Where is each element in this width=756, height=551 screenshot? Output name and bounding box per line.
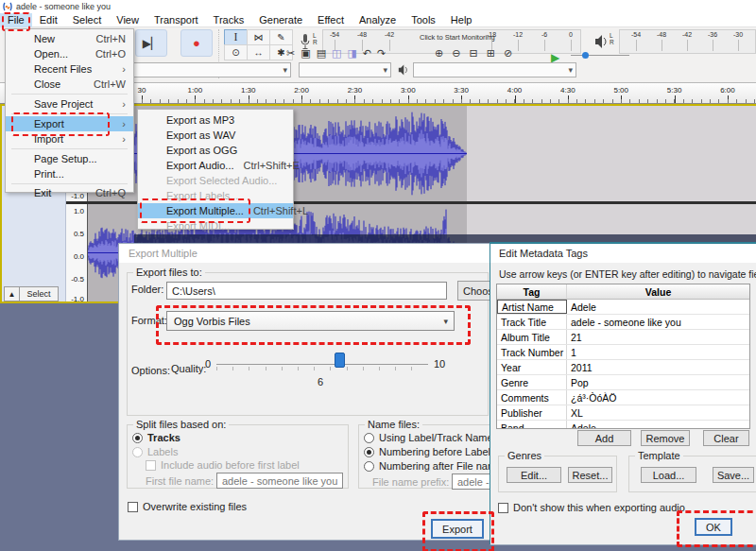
numbering-before-radio[interactable]	[364, 447, 374, 457]
numbering-before-radio-label[interactable]: Numbering before Label/Track Na	[379, 446, 491, 457]
tag-cell[interactable]: Artist Name	[497, 300, 567, 314]
value-cell[interactable]: 1	[567, 345, 749, 359]
dont-show-label[interactable]: Don't show this when exporting audio	[513, 502, 685, 513]
value-cell[interactable]: Adele	[567, 421, 749, 429]
overwrite-checkbox[interactable]	[128, 502, 138, 512]
selection-tool-button[interactable]: I	[224, 29, 248, 45]
file-menu-exit[interactable]: ExitCtrl+Q	[6, 186, 133, 198]
tag-column-header[interactable]: Tag	[497, 284, 567, 299]
genres-reset-button[interactable]: Reset...	[568, 467, 612, 483]
choose-folder-button[interactable]: Choose...	[457, 281, 491, 301]
value-cell[interactable]: adele - someone like you	[567, 315, 749, 329]
undo-button[interactable]: ↶	[363, 47, 371, 60]
play-speed-slider-thumb[interactable]	[582, 52, 589, 59]
zoom-toggle-button[interactable]: ⊘	[504, 47, 512, 60]
paste-button[interactable]: ▤	[317, 47, 326, 60]
menu-item-generate[interactable]: Generate	[251, 13, 310, 27]
dont-show-checkbox[interactable]	[498, 503, 508, 513]
recording-device-select[interactable]: ▾	[125, 62, 291, 77]
remove-button[interactable]: Remove	[641, 430, 690, 446]
play-speed-slider[interactable]	[571, 55, 629, 56]
zoom-selection-button[interactable]: ⊟	[469, 47, 477, 60]
file-menu-print[interactable]: Print...	[6, 166, 133, 181]
first-file-name-label: First file name:	[146, 475, 214, 487]
envelope-tool-button[interactable]: ⋈	[247, 29, 270, 45]
recording-channels-select[interactable]: ▾	[299, 62, 391, 77]
value-cell[interactable]: Pop	[567, 375, 749, 389]
value-cell[interactable]: 2011	[567, 360, 749, 374]
tag-cell[interactable]: Genre	[497, 375, 567, 389]
cut-button[interactable]: ✂	[286, 47, 295, 60]
value-cell[interactable]: Adele	[567, 300, 749, 314]
zoom-tool-button[interactable]: ⊙	[224, 44, 248, 60]
submenu-export-as-mp3[interactable]: Export as MP3	[138, 112, 293, 128]
skip-to-end-button[interactable]: ▶▏	[135, 29, 167, 57]
first-file-name-input[interactable]: adele - someone like you	[216, 473, 343, 489]
menu-item-help[interactable]: Help	[443, 13, 480, 27]
tag-cell[interactable]: Publisher	[497, 405, 567, 420]
menu-item-view[interactable]: View	[109, 13, 146, 27]
tag-cell[interactable]: Track Number	[497, 345, 567, 359]
using-label-radio-label[interactable]: Using Label/Track Name	[379, 432, 491, 443]
metadata-dialog-title: Edit Metadata Tags	[490, 244, 756, 263]
playback-device-select[interactable]: ▾	[413, 62, 576, 77]
copy-button[interactable]: ▣	[301, 47, 310, 60]
add-button[interactable]: Add	[577, 430, 631, 446]
file-menu-new[interactable]: NewCtrl+N	[6, 31, 133, 46]
template-save-button[interactable]: Save...	[713, 467, 754, 483]
menu-item-effect[interactable]: Effect	[310, 13, 352, 27]
quality-slider[interactable]	[216, 364, 428, 365]
overwrite-label[interactable]: Overwrite existing files	[143, 501, 247, 512]
menu-item-edit[interactable]: Edit	[32, 13, 65, 27]
zoom-out-button[interactable]: ⊖	[452, 47, 460, 60]
menu-item-analyze[interactable]: Analyze	[352, 13, 404, 27]
record-button[interactable]: ●	[180, 29, 213, 57]
tag-cell[interactable]: Album Title	[497, 330, 567, 344]
zoom-tool-icon: ⊙	[232, 47, 239, 58]
numbering-after-radio-label[interactable]: Numbering after File name prefix	[379, 460, 491, 472]
file-menu-close[interactable]: CloseCtrl+W	[6, 77, 133, 92]
submenu-export-as-ogg[interactable]: Export as OGG	[138, 143, 293, 158]
select-button[interactable]: Select	[19, 286, 59, 301]
submenu-export-audio[interactable]: Export Audio...Ctrl+Shift+E	[138, 158, 293, 173]
redo-button[interactable]: ↷	[377, 47, 386, 60]
tag-cell[interactable]: Track Title	[497, 315, 567, 329]
silence-audio-button[interactable]: ◨	[347, 47, 356, 60]
value-column-header[interactable]: Value	[567, 284, 749, 299]
value-cell[interactable]: XL	[567, 405, 749, 420]
value-cell[interactable]: ¿á³·ÒóÀÖ	[567, 390, 749, 405]
template-load-button[interactable]: Load...	[641, 467, 696, 483]
slider-max-label: 10	[434, 358, 445, 370]
quality-slider-thumb[interactable]	[335, 353, 345, 368]
timeshift-tool-button[interactable]: ↔	[247, 44, 270, 60]
playback-meter[interactable]: -54-48-42-36-30	[619, 29, 756, 54]
submenu-export-as-wav[interactable]: Export as WAV	[138, 128, 293, 143]
tag-cell[interactable]: Comments	[497, 390, 567, 405]
clear-button[interactable]: Clear	[703, 430, 749, 446]
timeline-tick-label: 1:00	[188, 86, 203, 95]
file-menu-recent-files[interactable]: Recent Files›	[6, 61, 133, 77]
value-cell[interactable]: 21	[567, 330, 749, 344]
tag-cell[interactable]: Year	[497, 360, 567, 374]
monitor-text[interactable]: Click to Start Monitoring	[420, 33, 495, 42]
file-menu-page-setup[interactable]: Page Setup...	[6, 151, 133, 166]
menu-item-select[interactable]: Select	[65, 13, 110, 27]
file-menu-save-project[interactable]: Save Project›	[6, 96, 133, 112]
tracks-radio[interactable]	[132, 433, 143, 443]
file-menu-open[interactable]: Open...Ctrl+O	[6, 46, 133, 61]
numbering-after-radio[interactable]	[364, 461, 374, 472]
menu-item-transport[interactable]: Transport	[146, 13, 206, 27]
zoom-in-button[interactable]: ⊕	[435, 47, 443, 60]
zoom-project-button[interactable]: ⊞	[487, 47, 495, 60]
tracks-radio-label[interactable]: Tracks	[147, 432, 180, 443]
collapse-track-button[interactable]: ▲	[4, 286, 20, 301]
trim-audio-button[interactable]: ◫	[332, 47, 341, 60]
menu-item-tools[interactable]: Tools	[404, 13, 443, 27]
menu-item-tracks[interactable]: Tracks	[206, 13, 252, 27]
folder-input[interactable]: C:\Users\	[166, 282, 447, 300]
tag-cell[interactable]: Band	[497, 421, 567, 429]
using-label-radio[interactable]	[364, 433, 374, 443]
genres-edit-button[interactable]: Edit...	[507, 467, 561, 483]
file-name-prefix-input[interactable]: adele - someone	[452, 474, 491, 490]
draw-tool-button[interactable]: ✎	[269, 29, 293, 45]
